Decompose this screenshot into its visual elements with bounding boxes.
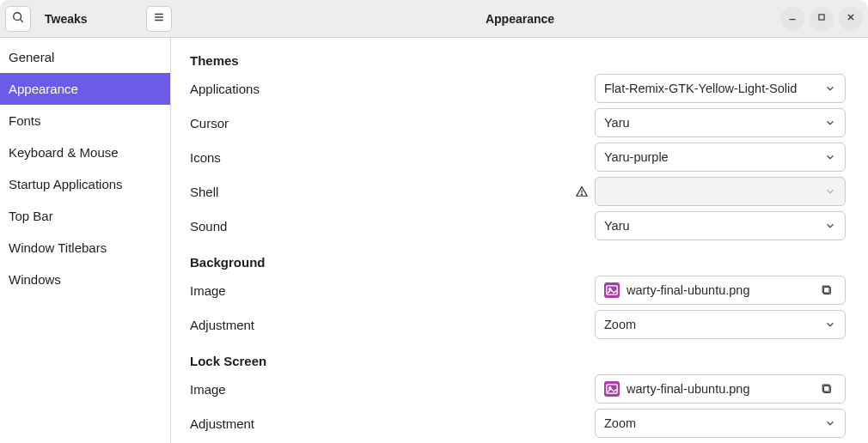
sidebar-item-windows[interactable]: Windows <box>0 264 170 295</box>
combo-value: Flat-Remix-GTK-Yellow-Light-Solid <box>604 82 819 95</box>
file-open-icon <box>817 379 836 398</box>
chevron-down-icon <box>824 417 836 429</box>
sidebar-item-fonts[interactable]: Fonts <box>0 105 170 137</box>
sidebar-item-window-titlebars[interactable]: Window Titlebars <box>0 232 170 264</box>
combo-ls-adjustment[interactable]: Zoom <box>595 409 846 438</box>
combo-sound[interactable]: Yaru <box>595 211 846 240</box>
svg-rect-6 <box>819 15 824 20</box>
sidebar: General Appearance Fonts Keyboard & Mous… <box>0 38 171 443</box>
file-name: warty-final-ubuntu.png <box>627 382 817 396</box>
svg-point-11 <box>581 194 582 195</box>
sidebar-item-general[interactable]: General <box>0 41 170 73</box>
svg-point-0 <box>14 13 21 21</box>
combo-shell <box>595 177 846 206</box>
section-title-lockscreen: Lock Screen <box>190 354 846 368</box>
combo-value: Yaru-purple <box>604 150 819 164</box>
search-icon <box>12 11 24 26</box>
chevron-down-icon <box>824 185 836 197</box>
maximize-icon <box>816 11 828 26</box>
panel-title: Appearance <box>172 12 868 26</box>
filechooser-ls-image[interactable]: warty-final-ubuntu.png <box>595 374 846 404</box>
filechooser-bg-image[interactable]: warty-final-ubuntu.png <box>595 276 846 305</box>
label-ls-image: Image <box>190 382 293 397</box>
combo-icons[interactable]: Yaru-purple <box>595 143 846 172</box>
sidebar-item-top-bar[interactable]: Top Bar <box>0 200 170 232</box>
file-open-icon <box>817 281 836 300</box>
sidebar-item-label: Startup Applications <box>9 177 123 191</box>
sidebar-item-label: Appearance <box>9 82 78 96</box>
section-title-background: Background <box>190 255 846 270</box>
label-applications: Applications <box>190 82 293 96</box>
maximize-button[interactable] <box>810 7 834 31</box>
label-cursor: Cursor <box>190 116 293 130</box>
minimize-icon <box>786 11 798 26</box>
hamburger-menu-button[interactable] <box>146 6 172 32</box>
label-sound: Sound <box>190 219 293 234</box>
combo-value: Zoom <box>604 318 819 331</box>
combo-applications[interactable]: Flat-Remix-GTK-Yellow-Light-Solid <box>595 74 846 103</box>
combo-value: Yaru <box>604 219 819 233</box>
label-ls-adjustment: Adjustment <box>190 416 293 431</box>
file-name: warty-final-ubuntu.png <box>627 283 817 297</box>
minimize-button[interactable] <box>780 7 804 31</box>
label-shell: Shell <box>190 185 293 199</box>
chevron-down-icon <box>824 319 836 331</box>
sidebar-item-appearance[interactable]: Appearance <box>0 73 170 105</box>
label-bg-image: Image <box>190 283 293 298</box>
combo-bg-adjustment[interactable]: Zoom <box>595 310 846 339</box>
search-button[interactable] <box>5 6 31 32</box>
image-file-icon <box>604 282 620 298</box>
main-panel: Themes Applications Flat-Remix-GTK-Yello… <box>171 38 868 443</box>
chevron-down-icon <box>824 220 836 232</box>
close-icon <box>845 11 857 26</box>
sidebar-item-label: General <box>9 50 54 64</box>
hamburger-icon <box>153 11 165 26</box>
close-button[interactable] <box>839 7 863 31</box>
svg-line-1 <box>21 20 23 22</box>
sidebar-item-label: Top Bar <box>9 209 53 223</box>
sidebar-item-label: Windows <box>9 272 61 287</box>
combo-value: Yaru <box>604 116 819 130</box>
label-icons: Icons <box>190 150 293 165</box>
warning-icon <box>576 185 588 197</box>
image-file-icon <box>604 381 620 397</box>
chevron-down-icon <box>824 82 836 94</box>
app-title: Tweaks <box>45 12 88 26</box>
sidebar-item-label: Fonts <box>9 113 41 128</box>
sidebar-item-startup-applications[interactable]: Startup Applications <box>0 168 170 200</box>
label-bg-adjustment: Adjustment <box>190 318 293 332</box>
sidebar-item-keyboard-mouse[interactable]: Keyboard & Mouse <box>0 137 170 168</box>
chevron-down-icon <box>824 117 836 129</box>
section-title-themes: Themes <box>190 53 846 68</box>
sidebar-item-label: Window Titlebars <box>9 240 107 255</box>
headerbar: Tweaks Appearance <box>0 0 868 38</box>
sidebar-item-label: Keyboard & Mouse <box>9 145 119 160</box>
chevron-down-icon <box>824 151 836 163</box>
combo-cursor[interactable]: Yaru <box>595 108 846 137</box>
combo-value: Zoom <box>604 416 819 430</box>
